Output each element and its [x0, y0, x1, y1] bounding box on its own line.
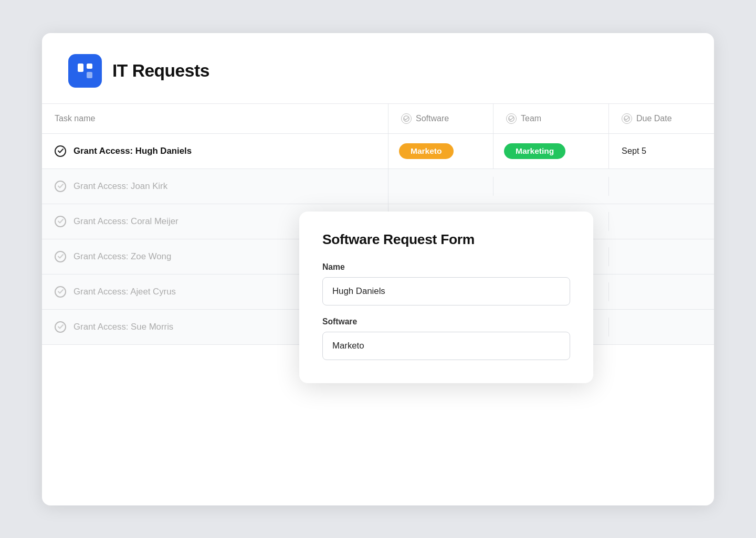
due-cell-3 [609, 247, 714, 266]
col-header-task-name: Task name [42, 104, 388, 133]
software-pill-0: Marketo [399, 143, 454, 159]
col-header-due-date[interactable]: Due Date [609, 104, 714, 133]
header: IT Requests [42, 33, 714, 103]
form-title: Software Request Form [322, 231, 570, 248]
software-request-form: Software Request Form Name Software [299, 212, 593, 383]
col-header-team[interactable]: Team [494, 104, 609, 133]
software-input[interactable] [322, 332, 570, 360]
task-check-3[interactable] [55, 251, 66, 262]
logo-icon [76, 61, 94, 80]
due-cell-5 [609, 318, 714, 336]
app-logo [68, 54, 102, 88]
name-label: Name [322, 262, 570, 272]
software-cell-1 [388, 177, 494, 196]
task-check-2[interactable] [55, 216, 66, 227]
due-cell-1 [609, 177, 714, 196]
col-header-software[interactable]: Software [388, 104, 494, 133]
main-card: IT Requests Task name Software Team [42, 33, 714, 505]
svg-rect-0 [78, 64, 83, 72]
filter-icon-software [401, 113, 412, 124]
task-name-1: Grant Access: Joan Kirk [74, 181, 167, 192]
team-pill-0: Marketing [504, 143, 565, 159]
software-label: Software [322, 317, 570, 326]
due-cell-0: Sept 5 [609, 136, 714, 165]
task-name-0: Grant Access: Hugh Daniels [74, 146, 192, 156]
task-cell-0: Grant Access: Hugh Daniels [42, 134, 388, 168]
filter-icon-due [622, 113, 632, 124]
svg-rect-1 [87, 64, 92, 69]
team-cell-0: Marketing [494, 134, 609, 168]
svg-rect-2 [87, 72, 92, 78]
table-row: Grant Access: Joan Kirk [42, 169, 714, 204]
table-row: Grant Access: Hugh Daniels Marketo Marke… [42, 134, 714, 169]
due-cell-2 [609, 212, 714, 231]
table-header-row: Task name Software Team Due Date [42, 104, 714, 134]
page-title: IT Requests [112, 61, 209, 81]
filter-icon-team [506, 113, 517, 124]
task-check-4[interactable] [55, 286, 66, 298]
task-check-5[interactable] [55, 321, 66, 333]
task-name-5: Grant Access: Sue Morris [74, 322, 173, 332]
task-cell-1: Grant Access: Joan Kirk [42, 169, 388, 204]
task-check-1[interactable] [55, 181, 66, 192]
task-name-2: Grant Access: Coral Meijer [74, 216, 178, 227]
team-cell-1 [494, 177, 609, 196]
task-name-4: Grant Access: Ajeet Cyrus [74, 287, 176, 297]
due-cell-4 [609, 282, 714, 301]
task-check-0[interactable] [55, 145, 66, 157]
software-cell-0: Marketo [388, 134, 494, 168]
name-input[interactable] [322, 277, 570, 305]
task-name-3: Grant Access: Zoe Wong [74, 251, 171, 262]
